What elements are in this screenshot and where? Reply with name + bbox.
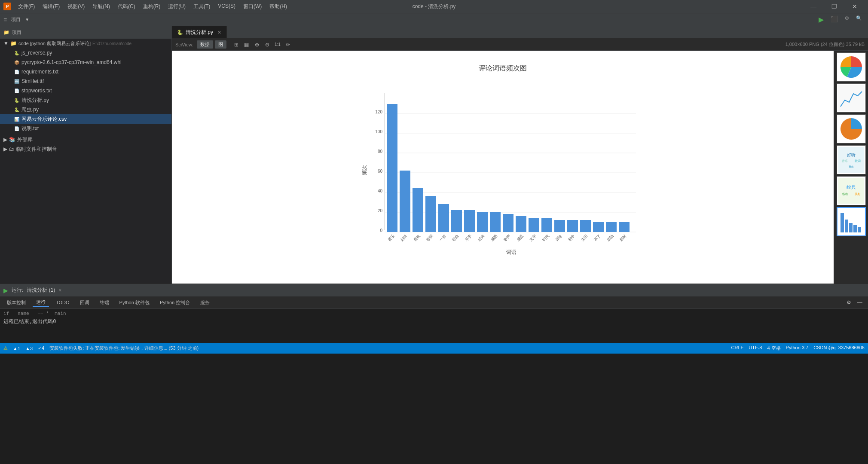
indent-label[interactable]: 4 空格 xyxy=(767,345,780,351)
csv-icon: 📊 xyxy=(14,116,20,122)
sciview-chart-tab[interactable]: 图 xyxy=(215,40,226,49)
svg-text:不了: 不了 xyxy=(593,234,602,242)
svg-text:120: 120 xyxy=(375,110,382,114)
menu-nav[interactable]: 导航(N) xyxy=(89,2,113,11)
chart-area: 频次 0 20 40 60 80 xyxy=(361,80,645,260)
edit-icon[interactable]: ✏ xyxy=(283,40,293,49)
app-icon: P xyxy=(3,3,11,10)
maximize-button[interactable]: ❐ xyxy=(824,0,844,13)
expand-icon: ▶ xyxy=(3,137,7,143)
menu-tools[interactable]: 工具(T) xyxy=(190,2,214,11)
console-tab-services[interactable]: 服务 xyxy=(197,299,213,307)
svg-text:喜欢: 喜欢 xyxy=(413,234,421,242)
svg-text:感觉: 感觉 xyxy=(516,234,524,242)
grid-icon[interactable]: ⊞ xyxy=(232,40,241,49)
run-close-icon[interactable]: × xyxy=(58,287,61,293)
console-tab-todo[interactable]: TODO xyxy=(52,299,73,306)
encoding-label[interactable]: UTF-8 xyxy=(749,345,762,351)
window-title: code - 清洗分析.py xyxy=(413,3,456,10)
ok-count[interactable]: ✓4 xyxy=(38,345,44,351)
minimize-button[interactable]: — xyxy=(804,0,823,13)
menu-refactor[interactable]: 重构(R) xyxy=(140,2,164,11)
console-tab-run[interactable]: 运行 xyxy=(33,298,49,307)
warning-count[interactable]: ▲3 xyxy=(25,346,33,351)
user-label: CSDN @q_3375686806 xyxy=(813,345,865,351)
file-label: requirements.txt xyxy=(21,69,58,75)
error-count[interactable]: ▲1 xyxy=(13,346,20,351)
sidebar-item-simhei[interactable]: 🔤 SimHei.ttf xyxy=(0,76,171,86)
menu-view[interactable]: 视图(V) xyxy=(64,2,88,11)
thumbnail-6-bar[interactable]: › xyxy=(837,207,866,236)
menu-code[interactable]: 代码(C) xyxy=(114,2,139,11)
sidebar-item-readme[interactable]: 📄 说明.txt xyxy=(0,124,171,133)
thumbnail-2-line[interactable]: › xyxy=(837,83,866,113)
menu-run[interactable]: 运行(U) xyxy=(165,2,189,11)
add-icon[interactable]: ⊕ xyxy=(252,40,262,49)
tab-clean-analysis[interactable]: 🐍 清洗分析.py ✕ xyxy=(172,26,227,38)
menu-window[interactable]: 窗口(W) xyxy=(240,2,265,11)
svg-text:一首: 一首 xyxy=(438,234,447,242)
notification-text: 安装软件包失败: 正在安装软件包: 发生错误，详细信息... (53 分钟 之前… xyxy=(49,345,199,351)
svg-rect-28 xyxy=(464,210,475,232)
sidebar-item-requirements[interactable]: 📄 requirements.txt xyxy=(0,67,171,76)
run-btn[interactable]: ▶ xyxy=(816,15,826,24)
svg-text:初中: 初中 xyxy=(567,234,576,242)
expand-icon: ▶ xyxy=(3,146,7,152)
zoom-icon[interactable]: 1:1 xyxy=(273,40,282,49)
sciview-data-tab[interactable]: 数据 xyxy=(197,40,213,49)
python-version[interactable]: Python 3.7 xyxy=(786,345,809,351)
sidebar-item-pycrypto[interactable]: 📦 pycrypto-2.6.1-cp37-cp37m-win_amd64.wh… xyxy=(0,58,171,67)
sidebar-item-js-reverse[interactable]: 🐍 js_reverse.py xyxy=(0,48,171,58)
run-label: 运行: xyxy=(12,287,23,294)
table-icon[interactable]: ▦ xyxy=(242,40,251,49)
root-path: E:\01zhuomian\code xyxy=(92,41,131,46)
menu-vcs[interactable]: VCS(S) xyxy=(214,2,239,11)
svg-text:感受: 感受 xyxy=(490,234,498,242)
console-tab-packages[interactable]: Python 软件包 xyxy=(116,299,153,307)
sidebar-item-spider[interactable]: 🐍 爬虫.py xyxy=(0,105,171,114)
close-button[interactable]: ✕ xyxy=(845,0,865,13)
project-dropdown-icon[interactable]: ▼ xyxy=(25,17,29,22)
crlf-label[interactable]: CRLF xyxy=(731,345,744,351)
warning-icon: ⚠ xyxy=(3,345,8,351)
svg-text:词语: 词语 xyxy=(506,249,517,255)
sidebar-external-libs[interactable]: ▶ 📚 外部库 xyxy=(0,135,171,144)
settings-icon[interactable]: ⚙ xyxy=(842,15,852,24)
tab-close-icon[interactable]: ✕ xyxy=(217,30,221,35)
svg-text:感动: 感动 xyxy=(842,192,848,195)
temp-icon: 🗂 xyxy=(9,146,14,152)
file-label: 爬虫.py xyxy=(21,106,39,113)
thumbnail-1-pie[interactable]: › xyxy=(837,52,866,82)
debug-btn[interactable]: ⬛ xyxy=(828,15,840,24)
temp-label: 临时文件和控制台 xyxy=(16,146,57,153)
svg-text:歌词: 歌词 xyxy=(425,234,434,242)
console-tab-pycon[interactable]: Python 控制台 xyxy=(156,299,193,307)
svg-text:经典: 经典 xyxy=(477,234,486,242)
sidebar-root[interactable]: ▼ 📁 code [python 爬取网易云音乐评论] E:\01zhuomia… xyxy=(0,39,171,48)
console-tab-terminal[interactable]: 终端 xyxy=(96,299,113,307)
minus-icon[interactable]: ⊖ xyxy=(263,40,272,49)
svg-text:歌词: 歌词 xyxy=(855,159,861,162)
svg-text:0: 0 xyxy=(380,228,382,233)
svg-text:喜欢: 喜欢 xyxy=(849,165,854,168)
console-tab-callback[interactable]: 回调 xyxy=(76,299,93,307)
search-icon[interactable]: 🔍 xyxy=(853,15,865,24)
svg-text:文字: 文字 xyxy=(529,234,537,242)
thumbnail-3-pie2[interactable]: › xyxy=(837,114,866,143)
menu-help[interactable]: 帮助(H) xyxy=(266,2,290,11)
thumbnail-5-wordcloud[interactable]: 经典 感动 美好 › xyxy=(837,176,866,205)
close-console-icon[interactable]: — xyxy=(855,298,865,307)
menu-edit[interactable]: 编辑(E) xyxy=(39,2,63,11)
menu-file[interactable]: 文件(F) xyxy=(15,2,38,11)
console-tab-vcs[interactable]: 版本控制 xyxy=(3,299,29,307)
settings-icon-console[interactable]: ⚙ xyxy=(844,298,853,307)
svg-rect-40 xyxy=(541,218,552,232)
sidebar-temp-files[interactable]: ▶ 🗂 临时文件和控制台 xyxy=(0,144,171,154)
sidebar-item-csv[interactable]: 📊 网易云音乐评论.csv xyxy=(0,114,171,124)
file-label: js_reverse.py xyxy=(21,50,52,56)
svg-text:经典: 经典 xyxy=(847,184,856,189)
svg-rect-16 xyxy=(387,104,397,232)
sidebar-item-cleanpy[interactable]: 🐍 清洗分析.py xyxy=(0,95,171,105)
sidebar-item-stopwords[interactable]: 📄 stopwords.txt xyxy=(0,86,171,95)
thumbnail-4-scatter[interactable]: 好听 音乐 歌词 喜欢 › xyxy=(837,145,866,174)
